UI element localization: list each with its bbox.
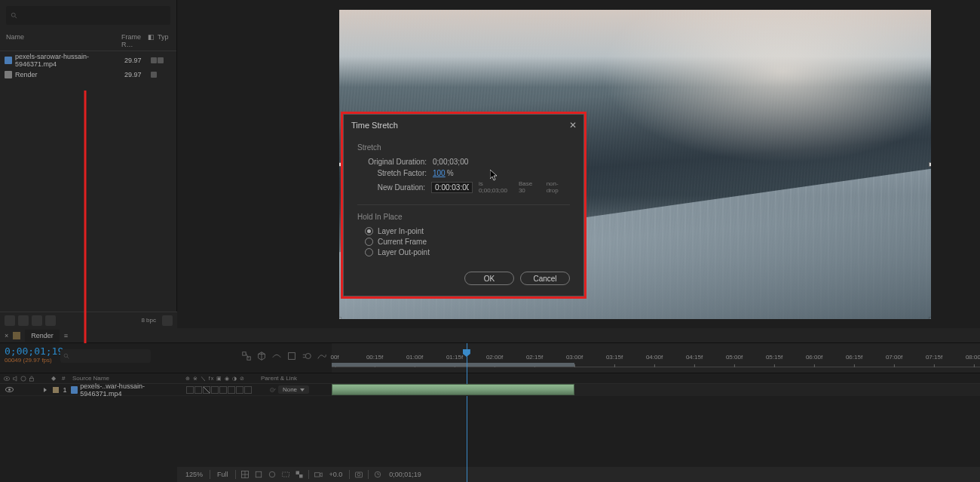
svg-point-8 xyxy=(269,471,275,477)
stretch-factor-label: Stretch Factor: xyxy=(357,169,433,177)
new-duration-input[interactable] xyxy=(431,182,473,193)
comp-flowchart-icon[interactable] xyxy=(241,351,252,361)
svg-rect-10 xyxy=(296,471,299,475)
selection-handle[interactable] xyxy=(929,162,931,167)
radio-layer-out-point[interactable]: Layer Out-point xyxy=(365,248,570,256)
switch-collapse[interactable] xyxy=(194,386,202,394)
lock-col-icon[interactable] xyxy=(28,375,35,382)
timeline-tab[interactable]: Render xyxy=(25,330,60,342)
parent-value: None xyxy=(283,386,297,393)
solo-col-icon[interactable] xyxy=(20,375,27,382)
transparency-grid-icon[interactable] xyxy=(295,470,304,479)
radio-layer-in-point[interactable]: Layer In-point xyxy=(365,227,570,235)
col-name[interactable]: Name xyxy=(6,33,121,48)
ruler-tick: 05:15f xyxy=(766,354,782,361)
layer-duration-bar[interactable] xyxy=(332,384,574,395)
stretch-factor-input[interactable]: 100 xyxy=(433,169,446,177)
project-item-name: Render xyxy=(14,71,124,78)
tab-menu-icon[interactable]: ≡ xyxy=(64,332,68,339)
radio-icon xyxy=(365,227,373,235)
layer-color-chip[interactable] xyxy=(53,387,59,393)
switch-adjustment[interactable] xyxy=(236,386,243,394)
new-duration-info: is 0;00;03;00 xyxy=(479,180,513,194)
switch-shy[interactable] xyxy=(186,386,194,394)
switches-col-header[interactable]: ⊕ ※ ＼ fx ▣ ◉ ◑ ⊘ xyxy=(185,375,261,382)
selection-handle[interactable] xyxy=(929,317,931,319)
tab-close-icon[interactable]: × xyxy=(5,332,8,339)
ruler-tick: 03:00f xyxy=(566,354,583,361)
svg-point-26 xyxy=(305,354,311,359)
guides-icon[interactable] xyxy=(254,470,263,479)
ok-button[interactable]: OK xyxy=(464,272,514,285)
parent-col-header[interactable]: Parent & Link xyxy=(261,375,329,382)
work-area-bar[interactable] xyxy=(332,363,574,367)
new-folder-button[interactable] xyxy=(18,315,29,326)
mask-icon[interactable] xyxy=(268,470,277,479)
region-icon[interactable] xyxy=(281,470,290,479)
interpret-footage-button[interactable] xyxy=(5,315,15,326)
project-item-row[interactable]: pexels-sarowar-hussain-5946371.mp4 29.97 xyxy=(0,51,176,69)
project-settings-button[interactable] xyxy=(45,315,56,326)
timeline-ruler-area[interactable]: 00f00:15f01:00f01:15f02:00f02:15f03:00f0… xyxy=(332,343,980,373)
graph-editor-icon[interactable] xyxy=(317,351,327,361)
panel-gap xyxy=(177,0,290,328)
switch-3d[interactable] xyxy=(244,386,252,394)
frame-blend-icon[interactable] xyxy=(286,351,297,361)
index-col-header[interactable]: # xyxy=(62,375,72,382)
svg-rect-32 xyxy=(30,378,34,381)
radio-icon xyxy=(365,238,373,246)
selection-handle[interactable] xyxy=(339,317,341,319)
visibility-toggle[interactable] xyxy=(5,387,14,392)
switch-motion-blur[interactable] xyxy=(228,386,235,394)
ruler-tick: 06:15f xyxy=(846,354,862,361)
timeline-search-input[interactable] xyxy=(60,349,151,363)
audio-col-icon[interactable] xyxy=(11,375,19,382)
label-col-icon[interactable]: ◆ xyxy=(51,375,62,382)
expand-layer-icon[interactable] xyxy=(44,388,47,392)
radio-current-frame[interactable]: Current Frame xyxy=(365,238,570,246)
svg-rect-11 xyxy=(299,474,303,478)
switch-quality[interactable] xyxy=(203,386,210,394)
pickwhip-icon[interactable] xyxy=(268,386,276,394)
shy-icon[interactable] xyxy=(271,351,282,361)
playhead[interactable] xyxy=(467,343,467,482)
video-col-icon[interactable] xyxy=(3,375,11,382)
svg-line-1 xyxy=(15,16,17,18)
snapshot-icon[interactable] xyxy=(354,470,363,479)
timeline-track-area[interactable] xyxy=(332,384,980,396)
switch-frame-blend[interactable] xyxy=(219,386,227,394)
svg-point-0 xyxy=(11,13,15,17)
new-comp-button[interactable] xyxy=(32,315,42,326)
camera-icon[interactable] xyxy=(314,470,323,479)
layer-row[interactable]: 1 pexels-..war-hussain-5946371.mp4 xyxy=(0,384,332,396)
viewer-timecode[interactable]: 0;00;01;19 xyxy=(387,471,424,478)
svg-point-30 xyxy=(6,378,8,379)
close-button[interactable]: ✕ xyxy=(567,119,579,131)
zoom-dropdown[interactable]: 125% xyxy=(183,471,205,478)
cancel-button[interactable]: Cancel xyxy=(520,272,570,285)
delete-button[interactable] xyxy=(162,315,173,326)
motion-blur-icon[interactable] xyxy=(302,351,312,361)
current-time-display[interactable]: 0;00;01;19 xyxy=(5,345,63,357)
ruler-tick: 02:00f xyxy=(486,354,503,361)
source-name-col-header[interactable]: Source Name xyxy=(72,375,185,382)
col-framerate[interactable]: Frame R… xyxy=(121,33,148,48)
project-item-row[interactable]: Render 29.97 xyxy=(0,69,176,80)
radio-label: Current Frame xyxy=(378,238,427,246)
draft-3d-icon[interactable] xyxy=(256,351,267,361)
stretch-section-label: Stretch xyxy=(357,143,570,152)
comp-color-icon xyxy=(13,332,20,339)
color-depth-button[interactable]: 8 bpc xyxy=(141,317,156,324)
grid-icon[interactable] xyxy=(240,470,250,479)
svg-point-31 xyxy=(21,376,26,380)
exposure-value[interactable]: +0.0 xyxy=(327,471,345,478)
resolution-dropdown[interactable]: Full xyxy=(215,471,231,478)
radio-label: Layer Out-point xyxy=(378,248,430,256)
project-search-input[interactable] xyxy=(6,6,170,25)
switch-fx[interactable] xyxy=(211,386,219,394)
dialog-titlebar[interactable]: Time Stretch ✕ xyxy=(344,115,583,136)
col-type[interactable]: ◧Typ xyxy=(148,33,170,48)
time-icon[interactable] xyxy=(373,470,382,479)
svg-marker-13 xyxy=(320,473,322,477)
parent-link-dropdown[interactable]: None xyxy=(268,385,309,394)
